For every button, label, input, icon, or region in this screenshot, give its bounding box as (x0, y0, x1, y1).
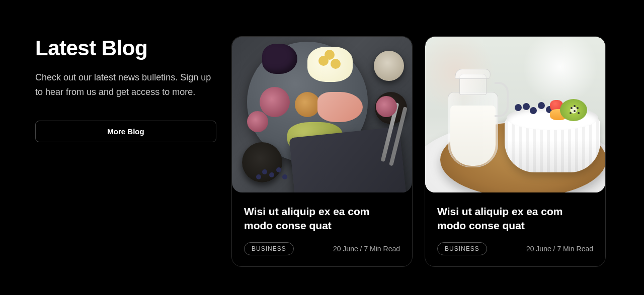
blog-section: Latest Blog Check out our latest news bu… (0, 0, 644, 295)
blog-card-meta: 20 June / 7 Min Read (526, 245, 593, 253)
blog-intro-panel: Latest Blog Check out our latest news bu… (35, 36, 216, 267)
blog-card-title[interactable]: Wisi ut aliquip ex ea com modo conse qua… (437, 205, 593, 233)
blog-card-meta: 20 June / 7 Min Read (333, 245, 400, 253)
blog-card-image (425, 37, 605, 192)
blog-card-body: Wisi ut aliquip ex ea com modo conse qua… (232, 192, 412, 266)
more-blog-button[interactable]: More Blog (35, 121, 216, 142)
blog-card-footer: BUSINESS 20 June / 7 Min Read (244, 242, 400, 255)
blog-card[interactable]: Wisi ut aliquip ex ea com modo conse qua… (231, 36, 413, 267)
category-pill[interactable]: BUSINESS (437, 242, 487, 255)
blog-card-image (232, 37, 412, 192)
blog-card[interactable]: Wisi ut aliquip ex ea com modo conse qua… (425, 36, 606, 267)
section-subtitle: Check out our latest news bulletins. Sig… (35, 70, 216, 100)
blog-card-title[interactable]: Wisi ut aliquip ex ea com modo conse qua… (244, 205, 400, 233)
section-title: Latest Blog (35, 36, 216, 60)
blog-cards: Wisi ut aliquip ex ea com modo conse qua… (231, 36, 606, 267)
category-pill[interactable]: BUSINESS (244, 242, 294, 255)
blog-card-body: Wisi ut aliquip ex ea com modo conse qua… (425, 192, 605, 266)
blog-card-footer: BUSINESS 20 June / 7 Min Read (437, 242, 593, 255)
